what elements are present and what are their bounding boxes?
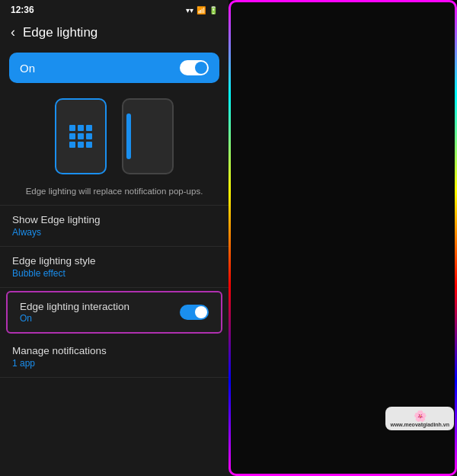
manage-notifications-title: Manage notifications xyxy=(12,345,216,356)
manage-notifications-item[interactable]: Manage notifications 1 app xyxy=(0,337,228,378)
phone-dot xyxy=(69,142,75,148)
back-button[interactable]: ‹ xyxy=(11,24,15,40)
width-label: Width xyxy=(364,436,382,444)
watermark-logo: 🌸 xyxy=(414,410,427,422)
phone-illustration-dots[interactable] xyxy=(55,98,107,174)
right-panel: Bubble Multicolor Glow xyxy=(228,0,457,476)
status-time: 12:36 xyxy=(11,5,34,15)
transparency-label: Transparency xyxy=(296,437,337,445)
multicolor-svg xyxy=(298,349,339,390)
status-bar: 12:36 ▾▾ 📶 🔋 xyxy=(0,0,228,18)
phone-dots-grid xyxy=(69,125,92,148)
phone-dot xyxy=(86,142,92,148)
phone-dot xyxy=(69,133,75,139)
style-options: Bubble Multicolor Glow xyxy=(235,347,451,403)
show-edge-lighting-item[interactable]: Show Edge lighting Always xyxy=(0,206,228,247)
header: ‹ Edge lighting xyxy=(0,18,228,48)
bubble-dot xyxy=(277,363,283,369)
watermark: 🌸 www.meovatgiadinh.vn xyxy=(385,407,454,430)
interaction-toggle[interactable] xyxy=(180,305,209,320)
style-option-multicolor[interactable]: Multicolor xyxy=(296,347,340,403)
settings-section: Show Edge lighting Always Edge lighting … xyxy=(0,206,228,476)
effect-icon: ▦ xyxy=(254,421,266,436)
phone-dot xyxy=(78,133,84,139)
cancel-button[interactable]: Ca... xyxy=(332,455,353,467)
signal-icon: 📶 xyxy=(197,6,206,14)
battery-icon: 🔋 xyxy=(209,6,218,14)
multicolor-thumb[interactable] xyxy=(296,347,340,391)
style-option-bubble[interactable]: Bubble xyxy=(248,347,292,403)
left-panel: 12:36 ▾▾ 📶 🔋 ‹ Edge lighting On xyxy=(0,0,228,476)
interaction-sub: On xyxy=(20,313,129,324)
interaction-text-group: Edge lighting interaction On xyxy=(20,301,129,324)
bubble-dot xyxy=(252,381,258,387)
arrows-container xyxy=(306,23,428,160)
svg-line-0 xyxy=(329,38,352,152)
bubble-thumb[interactable] xyxy=(248,347,292,391)
transparency-toolbar-item[interactable]: ◑ Transparency xyxy=(296,421,337,445)
status-icons: ▾▾ 📶 🔋 xyxy=(186,6,218,14)
toggle-label: On xyxy=(20,62,35,75)
main-toggle-switch[interactable] xyxy=(180,60,209,75)
phone-illustration-side[interactable] xyxy=(122,98,174,174)
arrows-svg xyxy=(306,23,428,160)
phone-dot xyxy=(69,125,75,131)
style-option-glow[interactable]: Glow xyxy=(345,347,389,403)
bubble-dot xyxy=(260,363,267,369)
phone-dot xyxy=(78,125,84,131)
bubble-label: Bubble xyxy=(257,395,281,403)
page-title: Edge lighting xyxy=(23,25,97,40)
edge-lighting-interaction-item[interactable]: Edge lighting interaction On xyxy=(6,291,222,334)
bubble-dot xyxy=(269,363,275,369)
glow-thumb[interactable] xyxy=(345,347,389,391)
edge-lighting-style-sub: Bubble effect xyxy=(12,268,216,279)
glow-label: Glow xyxy=(359,395,376,403)
glow-inner xyxy=(353,356,381,383)
manage-notifications-sub: 1 app xyxy=(12,358,216,369)
svg-rect-4 xyxy=(304,355,333,384)
watermark-text: www.meovatgiadinh.vn xyxy=(390,422,449,427)
phone-dot xyxy=(78,142,84,148)
effect-label: Effect xyxy=(251,437,269,445)
phone-screen xyxy=(228,0,457,338)
phone-dot xyxy=(86,125,92,131)
edge-lighting-style-title: Edge lighting style xyxy=(12,255,216,267)
show-edge-lighting-title: Show Edge lighting xyxy=(12,214,216,225)
wifi-icon: ▾▾ xyxy=(186,6,193,14)
main-toggle-row[interactable]: On xyxy=(9,53,219,83)
glitter-label: Glitter xyxy=(406,395,427,403)
glitter-thumb[interactable] xyxy=(394,347,438,391)
multicolor-label: Multicolor xyxy=(302,395,335,403)
interaction-title: Edge lighting interaction xyxy=(20,301,129,312)
camera-dot xyxy=(339,8,347,15)
phone-side-bar xyxy=(126,113,131,159)
glitter-inner xyxy=(402,356,430,383)
description-text: Edge lighting will replace notification … xyxy=(0,182,228,205)
style-option-glitter[interactable]: Glitter xyxy=(394,347,438,403)
width-icon: ≡ xyxy=(369,421,376,435)
bottom-action: Ca... xyxy=(235,451,451,471)
transparency-icon: ◑ xyxy=(311,421,321,436)
effect-toolbar-item[interactable]: ▦ Effect xyxy=(251,421,269,445)
edge-lighting-style-item[interactable]: Edge lighting style Bubble effect xyxy=(0,247,228,288)
scroll-indicator xyxy=(320,409,366,411)
phone-dot xyxy=(86,133,92,139)
bubble-dot xyxy=(252,363,258,369)
width-toolbar-item[interactable]: ≡ Width xyxy=(364,421,382,445)
duration-label: Duration xyxy=(408,437,434,445)
phone-illustrations xyxy=(0,88,228,182)
show-edge-lighting-sub: Always xyxy=(12,227,216,238)
